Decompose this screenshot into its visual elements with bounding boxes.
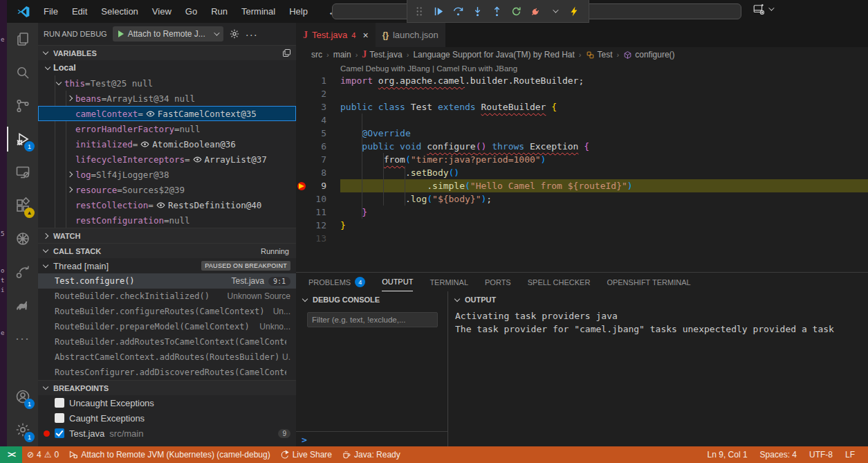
breakpoint-gutter[interactable] xyxy=(296,140,308,153)
step-out-icon[interactable] xyxy=(488,2,506,20)
panel-tab-terminal[interactable]: TERMINAL xyxy=(430,273,468,291)
watch-section-header[interactable]: WATCH xyxy=(38,228,296,243)
variable-row[interactable]: log = Slf4jLogger@38 xyxy=(38,167,296,182)
variable-row[interactable]: this = Test@25 null xyxy=(38,75,296,91)
twisty-right-icon[interactable] xyxy=(64,96,75,100)
continue-icon[interactable] xyxy=(430,2,447,20)
panel-tab-spell-checker[interactable]: SPELL CHECKER xyxy=(528,273,591,291)
code-line[interactable]: 6 public void configure() throws Excepti… xyxy=(296,140,868,153)
breadcrumb-item[interactable]: configure() xyxy=(623,50,674,60)
activity-run-and-debug-icon[interactable]: 1 xyxy=(7,122,38,156)
eol-status[interactable]: LF xyxy=(839,450,861,460)
code-line[interactable]: 9 .simple("Hello Camel from ${routeId}") xyxy=(296,179,868,192)
breadcrumb-item[interactable]: JTest.java xyxy=(362,49,402,60)
lazy-eval-eye-icon[interactable] xyxy=(190,155,205,164)
variable-row[interactable]: camelContext = FastCamelContext@35 xyxy=(38,106,296,121)
code-line[interactable]: 13 xyxy=(296,232,868,245)
breakpoint-gutter[interactable] xyxy=(296,87,308,100)
variable-row[interactable]: Local xyxy=(38,60,296,75)
stack-frame-row[interactable]: RoutesConfigurer.addDiscoveredRoutes(Cam… xyxy=(38,365,296,380)
menu-item-edit[interactable]: Edit xyxy=(66,4,93,19)
variables-section-header[interactable]: VARIABLES xyxy=(38,45,296,60)
breakpoint-gutter[interactable] xyxy=(296,127,308,140)
activity-explorer-icon[interactable] xyxy=(7,23,38,56)
breakpoint-checkbox[interactable] xyxy=(55,428,64,438)
variable-row[interactable]: restCollection = RestsDefinition@40 xyxy=(38,197,296,212)
restart-icon[interactable] xyxy=(507,2,525,20)
start-debug-icon[interactable] xyxy=(118,30,124,37)
launch-config-dropdown[interactable]: Attach to Remote J... xyxy=(113,26,223,42)
panel-tab-ports[interactable]: PORTS xyxy=(485,273,511,291)
menu-item-file[interactable]: File xyxy=(37,4,64,19)
drag-grip-icon[interactable] xyxy=(410,2,428,20)
lazy-eval-eye-icon[interactable] xyxy=(154,201,168,210)
activity-search-icon[interactable] xyxy=(7,56,38,89)
menu-item-terminal[interactable]: Terminal xyxy=(235,4,281,19)
variable-row[interactable]: initialized = AtomicBoolean@36 xyxy=(38,136,296,152)
activity-openshift-icon[interactable] xyxy=(7,255,38,289)
customize-layout-button[interactable] xyxy=(752,3,773,15)
code-line[interactable]: 10 .log("${body}"); xyxy=(296,192,868,206)
debug-settings-gear-icon[interactable] xyxy=(229,28,240,39)
panel-tab-openshift-terminal[interactable]: OPENSHIFT TERMINAL xyxy=(607,273,690,291)
code-editor[interactable]: Camel Debug with JBang | Camel Run with … xyxy=(296,62,868,245)
encoding-status[interactable]: UTF-8 xyxy=(803,450,839,460)
panel-tab-problems[interactable]: PROBLEMS4 xyxy=(308,273,365,291)
code-line[interactable]: 5 @Override xyxy=(296,127,868,140)
variable-row[interactable]: resource = Sources$2@39 xyxy=(38,182,296,197)
thread-row[interactable]: Thread [main] PAUSED ON BREAKPOINT xyxy=(38,258,296,273)
breakpoint-gutter[interactable] xyxy=(296,219,308,232)
collapse-all-icon[interactable] xyxy=(281,48,292,58)
breakpoint-row[interactable]: Uncaught Exceptions xyxy=(38,395,296,410)
breakpoint-checkbox[interactable] xyxy=(55,413,64,423)
debug-console-filter-input[interactable]: Filter (e.g. text, !exclude,... xyxy=(307,312,438,327)
remote-indicator[interactable]: >< xyxy=(0,446,22,463)
debug-console-repl-input[interactable]: > xyxy=(296,431,447,447)
stack-frame-row[interactable]: RouteBuilder.addRoutesToCamelContext(Cam… xyxy=(38,334,296,349)
code-line[interactable]: 4 xyxy=(296,114,868,127)
toolbar-more-chevron-icon[interactable] xyxy=(546,2,564,20)
call-stack-section-header[interactable]: CALL STACK Running xyxy=(38,243,296,258)
indentation-status[interactable]: Spaces: 4 xyxy=(754,450,803,460)
stack-frame-row[interactable]: Test.configure()Test.java9:1 xyxy=(38,273,296,289)
activity-remote-explorer-icon[interactable] xyxy=(7,156,38,189)
menu-item-view[interactable]: View xyxy=(146,4,178,19)
problems-status[interactable]: ⊘ 4 ⚠ 0 xyxy=(22,450,64,460)
variable-row[interactable]: lifecycleInterceptors = ArrayList@37 xyxy=(38,152,296,167)
codelens-debug-link[interactable]: Camel Debug with JBang xyxy=(340,64,430,73)
variable-row[interactable]: beans = ArrayList@34 null xyxy=(38,91,296,106)
activity-source-control-icon[interactable] xyxy=(7,89,38,122)
twisty-right-icon[interactable] xyxy=(64,172,75,176)
code-line[interactable]: 8 .setBody() xyxy=(296,166,868,179)
breakpoint-row[interactable]: Caught Exceptions xyxy=(38,410,296,426)
debug-console-header[interactable]: DEBUG CONSOLE xyxy=(296,291,447,308)
activity-more-icon[interactable]: ··· xyxy=(7,322,38,355)
breakpoint-gutter[interactable] xyxy=(296,166,308,179)
menu-item-run[interactable]: Run xyxy=(205,4,234,19)
step-over-icon[interactable] xyxy=(449,2,467,20)
activity-accounts-icon[interactable]: 1 xyxy=(7,380,38,413)
breakpoint-gutter[interactable] xyxy=(296,232,308,245)
code-line[interactable]: 2 xyxy=(296,87,868,100)
output-log[interactable]: Activating task providers javaThe task p… xyxy=(448,308,868,336)
breakpoint-gutter[interactable] xyxy=(296,192,308,206)
breakpoint-gutter[interactable] xyxy=(296,114,308,127)
more-actions-icon[interactable]: ··· xyxy=(246,28,258,40)
disconnect-icon[interactable] xyxy=(526,2,544,20)
twisty-down-icon[interactable] xyxy=(53,80,64,87)
activity-camel-icon[interactable] xyxy=(7,289,38,322)
code-line[interactable]: 11 } xyxy=(296,206,868,219)
breadcrumb-item[interactable]: Language Support for Java(TM) by Red Hat xyxy=(413,50,574,60)
variable-row[interactable]: restConfiguration = null xyxy=(38,212,296,228)
activity-settings-gear-icon[interactable]: 1 xyxy=(7,413,38,446)
breadcrumb-item[interactable]: Test xyxy=(586,50,613,60)
code-line[interactable]: 12} xyxy=(296,219,868,232)
breakpoint-gutter[interactable] xyxy=(296,153,308,166)
stack-frame-row[interactable]: AbstractCamelContext.addRoutes(RoutesBui… xyxy=(38,349,296,365)
breadcrumb-item[interactable]: main xyxy=(333,50,351,60)
breakpoint-row[interactable]: Test.javasrc/main9 xyxy=(38,426,296,441)
menu-item-selection[interactable]: Selection xyxy=(95,4,144,19)
lazy-eval-eye-icon[interactable] xyxy=(138,140,152,149)
close-icon[interactable]: × xyxy=(362,30,368,41)
codelens-run-link[interactable]: Camel Run with JBang xyxy=(436,64,517,73)
